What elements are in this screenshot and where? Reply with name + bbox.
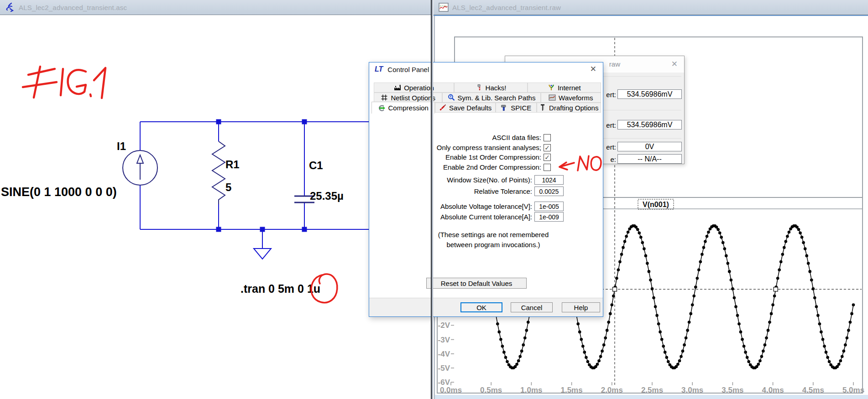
tab-internet[interactable]: Internet: [528, 83, 601, 93]
checkbox-unchecked[interactable]: [544, 164, 551, 171]
data-point: [611, 303, 614, 306]
waveform-titlebar[interactable]: ALS_lec2_advanced_transient.raw: [434, 0, 868, 15]
current-source-symbol[interactable]: [123, 150, 157, 185]
data-point: [601, 350, 604, 353]
reset-defaults-button[interactable]: Reset to Default Values: [426, 278, 527, 289]
data-point: [578, 331, 581, 334]
tran-directive[interactable]: .tran 0 5m 0 1u: [241, 282, 320, 295]
control-panel-dialog[interactable]: LT Control Panel ✕ OperationHacks!Intern…: [369, 62, 603, 317]
x-tick-label: 5.0ms: [842, 386, 864, 394]
data-point: [760, 355, 763, 358]
data-point: [599, 355, 602, 358]
data-point: [609, 312, 612, 316]
data-point: [816, 314, 820, 317]
data-point: [581, 345, 585, 348]
data-point: [842, 350, 846, 353]
data-point: [731, 287, 734, 290]
data-point: [683, 343, 686, 347]
resistor-symbol[interactable]: [212, 141, 225, 204]
ok-button[interactable]: OK: [460, 302, 502, 312]
data-point: [706, 235, 709, 238]
data-point: [651, 287, 654, 290]
data-point: [808, 270, 811, 273]
data-point: [730, 279, 733, 282]
field-input[interactable]: 1e-005: [534, 202, 564, 211]
data-point: [765, 337, 768, 340]
data-point: [779, 260, 783, 264]
data-point: [664, 351, 667, 354]
x-tick-label: 1.5ms: [560, 386, 582, 394]
capacitor-label[interactable]: C1: [309, 159, 323, 171]
schematic-titlebar[interactable]: ALS_lec2_advanced_transient.asc: [0, 0, 431, 15]
data-point: [652, 296, 655, 300]
data-point: [820, 331, 823, 334]
tab-drafting-options[interactable]: Drafting Options: [537, 103, 601, 113]
cursor-value-field[interactable]: 534.56986mV: [617, 89, 682, 99]
field-input[interactable]: 1e-009: [534, 212, 564, 222]
schematic-drawing: I1 R1 5 C1 25.35µ SINE(0 1 1000 0 0 0) .…: [0, 0, 431, 399]
trace-label[interactable]: V(n001): [643, 201, 669, 208]
data-point: [525, 329, 528, 332]
cursor-value-field[interactable]: 0V: [617, 142, 682, 151]
field-input[interactable]: 1024: [534, 175, 564, 185]
tab-waveforms[interactable]: Waveforms: [541, 93, 601, 103]
data-point: [768, 321, 771, 324]
cursor2-marker[interactable]: [774, 287, 778, 291]
tab-sym-lib-search-paths[interactable]: #Sym. & Lib. Search Paths: [442, 93, 540, 103]
data-point: [812, 287, 815, 290]
data-point: [576, 322, 580, 326]
data-point: [850, 312, 853, 316]
source-label[interactable]: I1: [117, 140, 126, 152]
capacitor-value[interactable]: 25.35µ: [310, 190, 344, 202]
tab-spice[interactable]: SPICE: [496, 103, 537, 113]
cursor-value-field[interactable]: -- N/A--: [617, 154, 682, 164]
cursor-value-field[interactable]: 534.56986mV: [617, 120, 682, 130]
cancel-button[interactable]: Cancel: [511, 302, 553, 312]
x-tick-label: 0.5ms: [480, 386, 502, 394]
tab-compression[interactable]: Compression: [371, 102, 435, 114]
checkbox-unchecked[interactable]: [544, 134, 551, 141]
data-point: [704, 240, 707, 243]
data-point: [676, 363, 680, 366]
data-point: [815, 305, 818, 308]
cursor1-marker[interactable]: [612, 287, 617, 291]
ground-symbol[interactable]: [254, 229, 271, 259]
close-icon[interactable]: ✕: [590, 64, 596, 74]
tab-operation[interactable]: Operation: [374, 83, 454, 93]
tab-hacks[interactable]: Hacks!: [454, 83, 527, 93]
data-point: [625, 235, 628, 238]
data-point: [499, 338, 502, 341]
data-point: [691, 303, 694, 306]
data-point: [644, 254, 648, 258]
data-point: [699, 260, 702, 264]
data-point: [707, 231, 710, 234]
x-tick-label: 4.5ms: [802, 386, 824, 394]
data-point: [583, 351, 586, 354]
data-point: [686, 329, 689, 332]
field-input[interactable]: 0.0025: [534, 187, 564, 196]
close-icon[interactable]: ✕: [671, 59, 678, 69]
data-point: [762, 350, 765, 353]
data-point: [778, 269, 781, 272]
data-point: [716, 228, 720, 231]
bottom-strip: [435, 395, 868, 399]
tab-label: Internet: [558, 84, 581, 92]
resistor-label[interactable]: R1: [225, 158, 240, 171]
help-button[interactable]: Help: [562, 302, 600, 312]
data-point: [657, 322, 660, 326]
data-point: [725, 254, 728, 258]
checkbox-checked[interactable]: ✓: [544, 144, 551, 151]
checkbox-checked[interactable]: ✓: [544, 154, 551, 161]
control-panel-titlebar[interactable]: LT Control Panel: [369, 62, 603, 76]
field-label: Relative Tolerance:: [397, 187, 532, 195]
tab-save-defaults[interactable]: Save Defaults: [435, 103, 495, 113]
data-point: [660, 338, 664, 341]
data-point: [641, 241, 644, 244]
resistor-value[interactable]: 5: [225, 181, 231, 193]
window-divider: [431, 0, 433, 399]
data-point: [839, 359, 842, 363]
data-point: [527, 321, 530, 324]
source-value[interactable]: SINE(0 1 1000 0 0 0): [1, 185, 117, 199]
data-point: [596, 363, 599, 366]
magnifier-icon: #: [448, 94, 455, 101]
